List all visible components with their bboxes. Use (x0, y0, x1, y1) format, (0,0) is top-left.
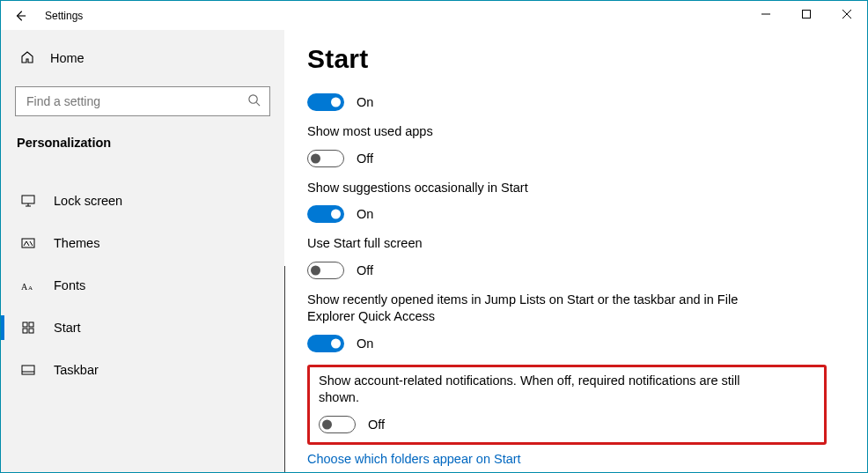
minimize-button[interactable] (746, 1, 786, 27)
toggle-state: Off (368, 418, 385, 432)
sidebar-item-lock-screen[interactable]: Lock screen (1, 183, 284, 218)
svg-rect-8 (23, 329, 27, 333)
search-input[interactable] (25, 93, 247, 109)
search-box[interactable] (15, 86, 270, 116)
back-button[interactable] (1, 1, 40, 30)
taskbar-icon (20, 363, 36, 377)
search-icon (247, 93, 261, 109)
titlebar: Settings (1, 1, 867, 30)
nav-label: Lock screen (54, 194, 122, 208)
option-label: Show suggestions occasionally in Start (307, 180, 765, 197)
toggle-most-used-apps[interactable] (307, 150, 344, 167)
option-label: Show most used apps (307, 123, 765, 141)
nav-label: Start (54, 321, 81, 335)
toggle-state: Off (357, 152, 373, 166)
sidebar: Home Personalization Lock screen (1, 30, 284, 472)
toggle-state: On (357, 336, 373, 351)
monitor-icon (20, 194, 36, 208)
toggle-recent-jumplists[interactable] (307, 335, 344, 352)
home-label: Home (50, 51, 85, 65)
toggle-show-recently-added[interactable] (307, 93, 344, 111)
maximize-icon (802, 10, 811, 18)
sidebar-item-themes[interactable]: Themes (1, 225, 284, 261)
page-title: Start (307, 44, 846, 74)
svg-rect-2 (22, 196, 34, 203)
svg-point-1 (249, 95, 257, 103)
minimize-icon (761, 10, 770, 18)
content-area: Start On Show most used apps Off (284, 30, 867, 472)
choose-folders-link[interactable]: Choose which folders appear on Start (307, 452, 521, 466)
start-icon (20, 321, 36, 335)
option-label: Show recently opened items in Jump Lists… (307, 292, 765, 326)
nav-label: Themes (54, 236, 99, 250)
svg-text:A: A (28, 285, 33, 292)
toggle-state: On (357, 207, 373, 221)
home-icon (20, 50, 34, 67)
nav-label: Fonts (54, 278, 85, 292)
toggle-state: Off (357, 263, 373, 277)
window-title: Settings (40, 10, 83, 22)
toggle-account-notifications[interactable] (319, 416, 356, 433)
close-button[interactable] (827, 1, 867, 27)
back-arrow-icon (14, 10, 26, 22)
sidebar-home[interactable]: Home (15, 41, 270, 76)
toggle-full-screen[interactable] (307, 262, 344, 279)
svg-rect-10 (22, 366, 34, 374)
maximize-button[interactable] (786, 1, 827, 27)
highlighted-setting: Show account-related notifications. When… (307, 365, 827, 445)
nav-label: Taskbar (54, 363, 99, 377)
pencil-icon (20, 236, 36, 250)
font-icon: AA (20, 278, 36, 292)
svg-text:A: A (21, 282, 28, 292)
nav-list: Lock screen Themes AA Fonts (15, 183, 270, 388)
settings-window: Settings Home (0, 0, 868, 473)
svg-rect-7 (29, 322, 33, 327)
sidebar-item-taskbar[interactable]: Taskbar (1, 352, 284, 388)
option-label: Show account-related notifications. When… (319, 373, 776, 407)
sidebar-item-fonts[interactable]: AA Fonts (1, 268, 284, 303)
toggle-suggestions[interactable] (307, 205, 344, 223)
option-label: Use Start full screen (307, 235, 765, 253)
close-icon (842, 10, 851, 18)
svg-rect-9 (29, 329, 33, 333)
svg-rect-0 (803, 11, 811, 18)
sidebar-item-start[interactable]: Start (1, 310, 284, 345)
svg-rect-3 (22, 239, 34, 248)
category-title: Personalization (15, 136, 270, 150)
toggle-state: On (357, 95, 373, 109)
content-divider (284, 266, 285, 472)
svg-rect-6 (23, 322, 27, 327)
